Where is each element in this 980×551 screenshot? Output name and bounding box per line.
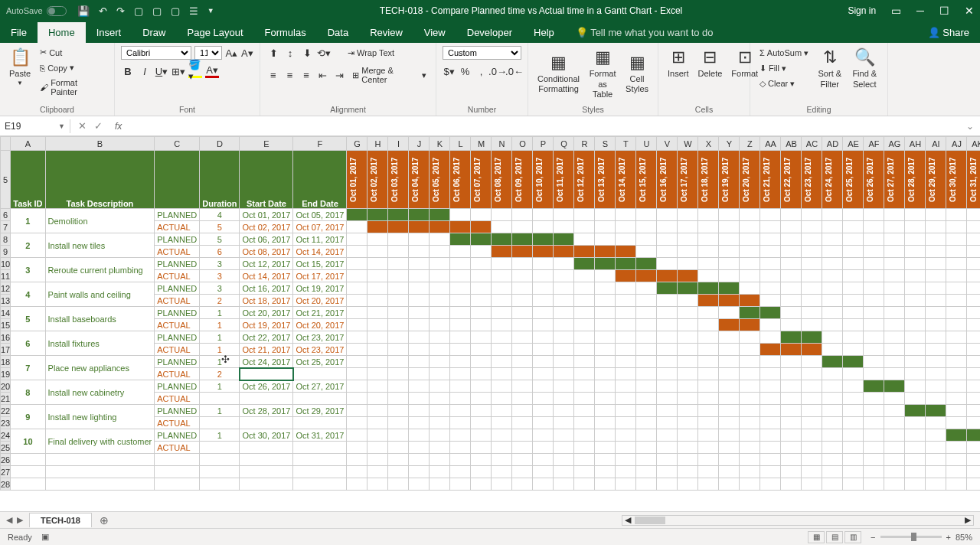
col-header[interactable]: V bbox=[657, 137, 678, 151]
col-header[interactable]: B bbox=[45, 137, 155, 151]
row-header[interactable]: 6 bbox=[1, 209, 11, 221]
wrap-text-button[interactable]: ⇥ Wrap Text bbox=[345, 47, 397, 60]
col-header[interactable]: W bbox=[678, 137, 698, 151]
clear-button[interactable]: ◇ Clear ▾ bbox=[756, 77, 812, 90]
row-header[interactable]: 17 bbox=[1, 344, 11, 356]
row-header[interactable]: 20 bbox=[1, 380, 11, 393]
row-header[interactable]: 23 bbox=[1, 417, 11, 429]
col-header[interactable]: P bbox=[533, 137, 554, 151]
row-header[interactable]: 11 bbox=[1, 270, 11, 282]
tab-formulas[interactable]: Formulas bbox=[254, 22, 317, 43]
new-icon[interactable]: ▢ bbox=[134, 5, 143, 17]
touch-icon[interactable]: ☰ bbox=[189, 5, 198, 17]
col-header[interactable]: Q bbox=[554, 137, 574, 151]
col-header[interactable]: C bbox=[155, 137, 200, 151]
share-button[interactable]: 👤 Share bbox=[917, 22, 980, 43]
row-header[interactable]: 25 bbox=[1, 442, 11, 454]
undo-icon[interactable]: ↶ bbox=[99, 5, 107, 17]
zoom-level[interactable]: 85% bbox=[956, 533, 972, 542]
close-icon[interactable]: ✕ bbox=[965, 5, 974, 17]
align-left-icon[interactable]: ≡ bbox=[266, 68, 280, 82]
font-size-select[interactable]: 11 bbox=[194, 46, 222, 60]
row-header[interactable]: 21 bbox=[1, 393, 11, 405]
redo-icon[interactable]: ↷ bbox=[116, 5, 125, 17]
align-right-icon[interactable]: ≡ bbox=[299, 68, 313, 82]
col-header[interactable]: A bbox=[11, 137, 45, 151]
cancel-formula-icon[interactable]: ✕ bbox=[78, 120, 87, 132]
col-header[interactable]: J bbox=[409, 137, 430, 151]
zoom-in-icon[interactable]: + bbox=[946, 533, 951, 542]
currency-icon[interactable]: $▾ bbox=[443, 64, 456, 78]
col-header[interactable]: L bbox=[450, 137, 471, 151]
comma-icon[interactable]: , bbox=[475, 64, 488, 78]
col-header[interactable]: Y bbox=[719, 137, 740, 151]
enter-formula-icon[interactable]: ✓ bbox=[94, 120, 103, 132]
autosum-button[interactable]: Σ AutoSum ▾ bbox=[756, 47, 812, 60]
col-header[interactable]: D bbox=[200, 137, 240, 151]
insert-cells-button[interactable]: ⊞Insert bbox=[665, 46, 692, 81]
row-header[interactable]: 12 bbox=[1, 282, 11, 295]
row-header[interactable]: 9 bbox=[1, 246, 11, 258]
expand-formula-icon[interactable]: ⌄ bbox=[960, 121, 980, 132]
add-sheet-icon[interactable]: ⊕ bbox=[92, 514, 116, 527]
tab-home[interactable]: Home bbox=[38, 22, 86, 43]
increase-font-icon[interactable]: A▴ bbox=[225, 46, 237, 60]
col-header[interactable]: R bbox=[574, 137, 595, 151]
align-bottom-icon[interactable]: ⬇ bbox=[300, 46, 314, 60]
tell-me[interactable]: 💡 Tell me what you want to do bbox=[565, 22, 724, 43]
tab-insert[interactable]: Insert bbox=[86, 22, 132, 43]
bold-icon[interactable]: B bbox=[121, 64, 135, 78]
sort-filter-button[interactable]: ⇅Sort & Filter bbox=[815, 46, 844, 91]
col-header[interactable]: F bbox=[293, 137, 347, 151]
col-header[interactable]: U bbox=[636, 137, 657, 151]
align-middle-icon[interactable]: ↕ bbox=[283, 46, 297, 60]
number-format-select[interactable]: Custom bbox=[443, 46, 521, 60]
underline-icon[interactable]: U▾ bbox=[155, 64, 168, 78]
page-layout-view-icon[interactable]: ▤ bbox=[826, 531, 843, 543]
maximize-icon[interactable]: ☐ bbox=[939, 5, 949, 17]
col-header[interactable]: N bbox=[492, 137, 512, 151]
col-header[interactable]: K bbox=[430, 137, 450, 151]
row-header[interactable]: 16 bbox=[1, 331, 11, 344]
row-header[interactable]: 13 bbox=[1, 295, 11, 307]
horizontal-scrollbar[interactable]: ◀▶ bbox=[622, 515, 974, 526]
col-header[interactable]: S bbox=[595, 137, 616, 151]
conditional-formatting-button[interactable]: ▦Conditional Formatting bbox=[534, 51, 583, 96]
paste-button[interactable]: 📋Paste▼ bbox=[6, 46, 34, 88]
qat-more-icon[interactable]: ▼ bbox=[207, 7, 214, 15]
font-color-icon[interactable]: A▾ bbox=[205, 64, 219, 78]
decrease-indent-icon[interactable]: ⇤ bbox=[316, 68, 330, 82]
macro-record-icon[interactable]: ▣ bbox=[41, 532, 49, 542]
tab-help[interactable]: Help bbox=[523, 22, 565, 43]
col-header[interactable]: AE bbox=[843, 137, 864, 151]
font-name-select[interactable]: Calibri bbox=[121, 46, 191, 60]
row-header[interactable]: 8 bbox=[1, 233, 11, 246]
tab-developer[interactable]: Developer bbox=[456, 22, 523, 43]
tab-file[interactable]: File bbox=[0, 22, 38, 43]
normal-view-icon[interactable]: ▦ bbox=[808, 531, 825, 543]
tab-review[interactable]: Review bbox=[359, 22, 413, 43]
orientation-icon[interactable]: ⟲▾ bbox=[317, 46, 331, 60]
align-center-icon[interactable]: ≡ bbox=[283, 68, 297, 82]
name-box[interactable]: E19▼ bbox=[0, 119, 70, 133]
merge-center-button[interactable]: ⊞ Merge & Center ▾ bbox=[349, 64, 430, 86]
print-preview-icon[interactable]: ▢ bbox=[171, 5, 180, 17]
delete-cells-button[interactable]: ⊟Delete bbox=[695, 46, 726, 81]
open-icon[interactable]: ▢ bbox=[152, 5, 162, 17]
col-header[interactable]: AI bbox=[926, 137, 946, 151]
increase-decimal-icon[interactable]: .0→ bbox=[491, 64, 505, 78]
save-icon[interactable]: 💾 bbox=[77, 5, 90, 17]
col-header[interactable]: AD bbox=[822, 137, 843, 151]
cell-styles-button[interactable]: ▦Cell Styles bbox=[622, 51, 652, 96]
zoom-slider[interactable] bbox=[880, 536, 942, 538]
worksheet[interactable]: ABCDEFGHIJKLMNOPQRSTUVWXYZAAABACADAEAFAG… bbox=[0, 136, 980, 511]
col-header[interactable]: AA bbox=[760, 137, 781, 151]
row-header[interactable]: 15 bbox=[1, 319, 11, 331]
row-header[interactable]: 22 bbox=[1, 405, 11, 417]
increase-indent-icon[interactable]: ⇥ bbox=[333, 68, 347, 82]
cut-button[interactable]: ✂ Cut bbox=[37, 46, 108, 59]
col-header[interactable]: H bbox=[368, 137, 388, 151]
ribbon-options-icon[interactable]: ▭ bbox=[891, 5, 901, 17]
col-header[interactable]: G bbox=[347, 137, 368, 151]
row-header[interactable]: 7 bbox=[1, 221, 11, 233]
